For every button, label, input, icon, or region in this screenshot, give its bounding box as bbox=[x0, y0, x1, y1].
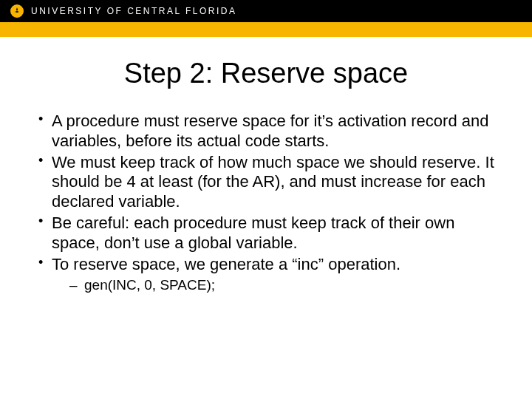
sub-bullet-item: gen(INC, 0, SPACE); bbox=[69, 276, 502, 295]
university-name: UNIVERSITY OF CENTRAL FLORIDA bbox=[31, 6, 237, 16]
header-bar: UNIVERSITY OF CENTRAL FLORIDA bbox=[0, 0, 532, 22]
bullet-item: A procedure must reserve space for it’s … bbox=[35, 112, 502, 151]
gold-stripe bbox=[0, 22, 532, 37]
bullet-text: To reserve space, we generate a “inc” op… bbox=[52, 255, 400, 273]
sub-bullet-list: gen(INC, 0, SPACE); bbox=[52, 276, 502, 295]
slide-title: Step 2: Reserve space bbox=[30, 58, 502, 89]
bullet-item: We must keep track of how much space we … bbox=[35, 153, 502, 212]
slide-content: Step 2: Reserve space A procedure must r… bbox=[0, 37, 532, 294]
ucf-logo-icon bbox=[10, 4, 24, 18]
bullet-list: A procedure must reserve space for it’s … bbox=[30, 112, 502, 294]
bullet-item: Be careful: each procedure must keep tra… bbox=[35, 214, 502, 253]
bullet-item: To reserve space, we generate a “inc” op… bbox=[35, 255, 502, 295]
